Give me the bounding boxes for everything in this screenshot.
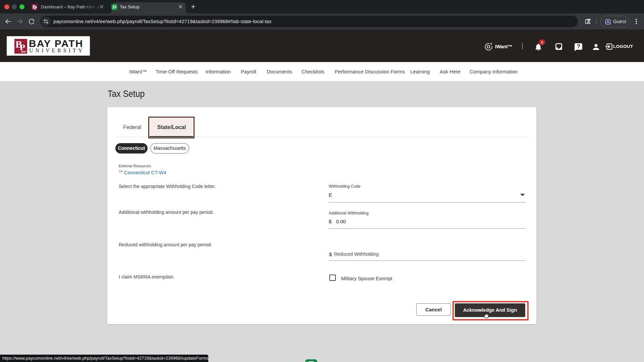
svg-text:UNIVERSITY: UNIVERSITY <box>29 48 85 53</box>
svg-text:P: P <box>34 6 37 10</box>
svg-text:1897: 1897 <box>21 50 26 53</box>
svg-text:?: ? <box>577 43 580 49</box>
